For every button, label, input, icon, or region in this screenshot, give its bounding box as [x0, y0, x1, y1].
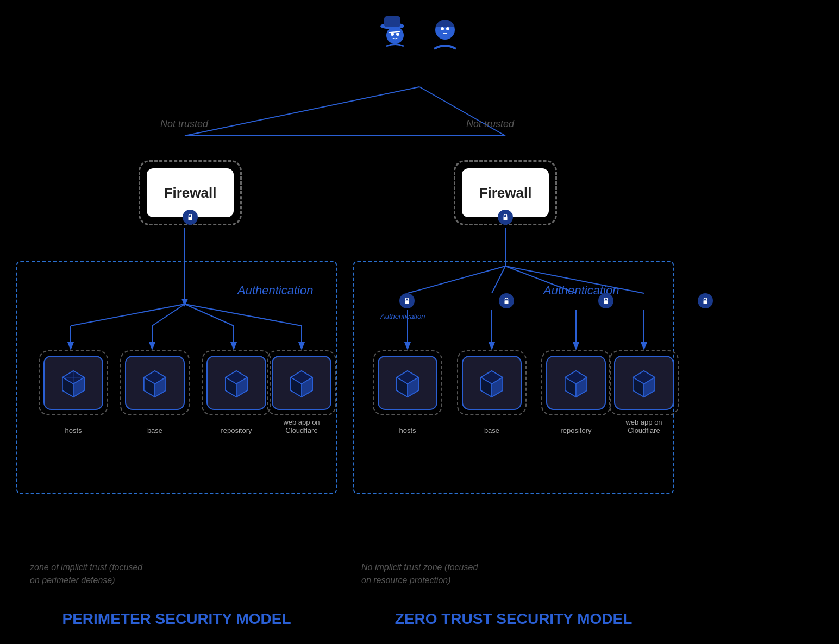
svg-point-37	[446, 27, 449, 30]
firewall-inner-right: Firewall	[462, 168, 549, 217]
user-icons-group	[373, 11, 466, 54]
resource-label-repo-right: repository	[541, 426, 611, 434]
cube-icon	[475, 367, 508, 399]
resource-cube	[272, 356, 331, 410]
cube-icon	[220, 367, 253, 399]
hacker-icon	[373, 11, 417, 54]
resource-cube	[43, 356, 103, 410]
svg-rect-39	[504, 217, 508, 220]
model-label-perimeter: PERIMETER SECURITY MODEL	[16, 610, 337, 628]
svg-point-34	[396, 33, 399, 36]
firewall-label-left: Firewall	[164, 185, 217, 201]
resource-cube	[378, 356, 437, 410]
resource-cube	[462, 356, 522, 410]
zone-text-left: zone of implicit trust (focused on perim…	[30, 561, 142, 587]
firewall-lock-right	[498, 210, 513, 225]
resource-right-base: base	[456, 348, 527, 418]
user-icon	[422, 11, 466, 54]
cube-icon	[560, 367, 592, 399]
model-label-zero-trust: ZERO TRUST SECURITY MODEL	[353, 610, 674, 628]
cube-icon	[391, 367, 424, 399]
diagram-container: Not trusted Not trusted Firewall Firewal…	[0, 0, 839, 644]
resource-label-hosts-left: hosts	[38, 426, 109, 434]
cube-icon	[285, 367, 318, 399]
svg-point-33	[391, 33, 394, 36]
resource-label-hosts-right: hosts	[372, 426, 443, 434]
resource-label-webapp-right: web app on Cloudflare	[609, 418, 679, 434]
resource-cube	[125, 356, 185, 410]
svg-point-32	[386, 27, 404, 44]
resource-label-webapp-left: web app on Cloudflare	[266, 418, 337, 434]
lock-icon-4	[698, 293, 713, 308]
resource-cube	[206, 356, 266, 410]
firewall-box-right: Firewall	[451, 157, 560, 228]
svg-rect-31	[384, 16, 400, 27]
svg-rect-38	[189, 217, 192, 220]
zone-text-right: No implicit trust zone (focused on resou…	[361, 561, 478, 587]
firewall-box-left: Firewall	[136, 157, 245, 228]
firewall-lock-left	[183, 210, 198, 225]
svg-rect-43	[704, 300, 707, 304]
resource-label-base-right: base	[456, 426, 527, 434]
resource-label-repo-left: repository	[201, 426, 272, 434]
svg-line-0	[185, 87, 420, 136]
resource-cube	[546, 356, 606, 410]
resource-left-repository: repository	[201, 348, 272, 418]
resource-cube	[614, 356, 674, 410]
svg-point-36	[441, 27, 444, 30]
firewall-label-right: Firewall	[479, 185, 532, 201]
resource-right-webapp: web app on Cloudflare	[609, 348, 679, 418]
cube-icon	[139, 367, 171, 399]
resource-left-base: base	[120, 348, 190, 418]
resource-right-repository: repository	[541, 348, 611, 418]
resource-right-hosts: hosts	[372, 348, 443, 418]
resource-left-webapp: web app on Cloudflare	[266, 348, 337, 418]
firewall-inner-left: Firewall	[147, 168, 234, 217]
not-trusted-label-left: Not trusted	[160, 118, 208, 130]
resource-left-hosts: hosts	[38, 348, 109, 418]
resource-label-base-left: base	[120, 426, 190, 434]
cube-icon	[628, 367, 660, 399]
not-trusted-label-right: Not trusted	[466, 118, 514, 130]
cube-icon	[57, 367, 90, 399]
